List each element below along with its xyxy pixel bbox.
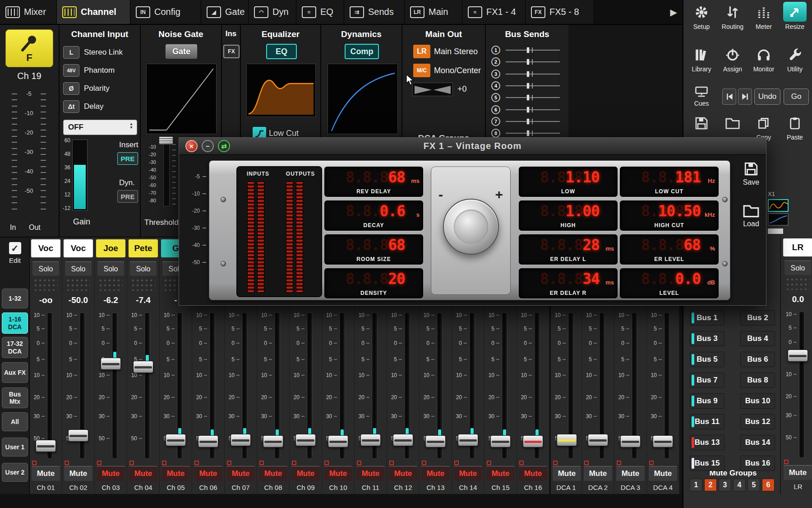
tab-eq[interactable]: ≈EQ xyxy=(296,0,344,24)
cues-button[interactable]: Cues xyxy=(687,85,716,107)
fader-cap[interactable] xyxy=(198,435,218,447)
save-scene-button[interactable] xyxy=(692,115,710,132)
solo-button[interactable]: Solo xyxy=(65,261,92,276)
fx-display-density[interactable]: 8.8.8.820DENSITY xyxy=(324,268,423,298)
mute-button[interactable]: Mute xyxy=(454,466,482,481)
fader-track[interactable] xyxy=(799,312,805,458)
fx-display-er-delay-l[interactable]: 8.8.8.828msER DELAY L xyxy=(519,234,618,265)
tab-config[interactable]: INConfig xyxy=(130,0,201,24)
mute-button[interactable]: Mute xyxy=(389,466,417,481)
tab-channel[interactable]: Channel xyxy=(57,0,130,24)
bus-button-2[interactable]: Bus 2 xyxy=(740,310,775,326)
next-cue-button[interactable] xyxy=(738,89,752,105)
copy-button[interactable] xyxy=(755,115,773,132)
fx-slot-preview[interactable]: X1 xyxy=(768,190,789,234)
scribble-strip[interactable]: Voc xyxy=(31,239,60,257)
bus-button-5[interactable]: Bus 5 xyxy=(690,352,724,367)
mute-button[interactable]: Mute xyxy=(784,465,812,480)
close-icon[interactable]: × xyxy=(185,140,198,152)
scribble-strip[interactable]: Voc xyxy=(64,239,93,257)
send-thumb[interactable] xyxy=(526,59,530,65)
tab-sends[interactable]: ⇉Sends xyxy=(344,0,405,24)
solo-button[interactable]: Solo xyxy=(32,261,59,276)
scribble-strip[interactable]: Pete xyxy=(129,239,158,257)
send-thumb[interactable] xyxy=(526,130,530,136)
send-thumb[interactable] xyxy=(526,94,530,101)
send-slider[interactable] xyxy=(506,46,560,55)
tab-mixer[interactable]: Mixer xyxy=(0,0,57,24)
send-thumb[interactable] xyxy=(526,71,530,77)
send-thumb[interactable] xyxy=(526,118,530,125)
meter-button[interactable]: Meter xyxy=(749,3,778,30)
mute-button[interactable]: Mute xyxy=(584,466,612,481)
send-slider[interactable] xyxy=(506,70,560,79)
fx-display-low-cut[interactable]: 8.8.8.8181HzLOW CUT xyxy=(620,167,719,197)
fader-cap[interactable] xyxy=(490,435,511,447)
resize-button[interactable]: Resize xyxy=(780,2,809,30)
fader-cap[interactable] xyxy=(68,429,88,442)
bus-button-16[interactable]: Bus 16 xyxy=(740,456,775,471)
tab-main[interactable]: LRMain xyxy=(405,0,462,24)
tab-dyn[interactable]: ◠Dyn xyxy=(249,0,296,24)
mute-button[interactable]: Mute xyxy=(616,466,645,481)
routing-button[interactable]: Routing xyxy=(718,3,747,30)
fader-track[interactable] xyxy=(47,312,53,459)
mute-group-2[interactable]: 2 xyxy=(704,479,717,491)
bus-button-13[interactable]: Bus 13 xyxy=(690,435,724,450)
mute-group-6[interactable]: 6 xyxy=(762,479,775,491)
undo-button[interactable]: Undo xyxy=(754,89,780,105)
scribble-strip[interactable]: LR xyxy=(783,238,812,256)
tab-fx5-8[interactable]: FXFX5 - 8 xyxy=(526,0,594,24)
tab-gate[interactable]: ◢Gate xyxy=(201,0,249,24)
fader-cap[interactable] xyxy=(788,350,808,362)
fx-knob[interactable] xyxy=(443,199,499,255)
fader-cap[interactable] xyxy=(360,434,381,446)
paste-button[interactable] xyxy=(786,115,804,132)
fader-cap[interactable] xyxy=(393,434,413,446)
mute-group-1[interactable]: 1 xyxy=(690,479,702,491)
fx-insert-icon[interactable]: FX xyxy=(223,45,240,58)
mute-button[interactable]: Mute xyxy=(64,466,92,481)
mute-group-5[interactable]: 5 xyxy=(747,479,760,491)
layer-aux-fx[interactable]: Aux FX xyxy=(2,362,28,383)
layer-1-32[interactable]: 1-32 xyxy=(2,289,28,308)
load-scene-button[interactable] xyxy=(724,115,742,132)
send-slider[interactable] xyxy=(506,57,560,66)
mute-button[interactable]: Mute xyxy=(161,466,190,481)
mute-button[interactable]: Mute xyxy=(32,466,60,481)
bus-button-15[interactable]: Bus 15 xyxy=(690,456,724,471)
mute-button[interactable]: Mute xyxy=(97,466,125,481)
bus-button-8[interactable]: Bus 8 xyxy=(740,373,775,388)
send-slider[interactable] xyxy=(506,105,560,114)
fader-cap[interactable] xyxy=(620,435,641,447)
lr-assign-button[interactable]: LR xyxy=(413,45,430,58)
scribble-strip[interactable]: Joe xyxy=(96,239,125,257)
mute-button[interactable]: Mute xyxy=(486,466,515,481)
fader-cap[interactable] xyxy=(133,361,153,373)
fx-display-low[interactable]: 8.8.8.81.10LOW xyxy=(519,167,618,197)
solo-button[interactable]: Solo xyxy=(784,261,811,275)
bus-button-10[interactable]: Bus 10 xyxy=(740,393,775,409)
bus-button-3[interactable]: Bus 3 xyxy=(690,331,724,346)
fader-track[interactable] xyxy=(112,312,118,459)
eq-button[interactable]: EQ xyxy=(266,44,297,59)
fader-cap[interactable] xyxy=(231,434,251,446)
mute-button[interactable]: Mute xyxy=(291,466,320,481)
swap-icon[interactable]: ⇄ xyxy=(218,140,230,152)
mute-button[interactable]: Mute xyxy=(324,466,352,481)
fx-display-high-cut[interactable]: 8.8.8.810.50kHzHIGH CUT xyxy=(620,200,719,231)
pan-control[interactable] xyxy=(412,83,453,96)
library-button[interactable]: Library xyxy=(687,45,716,73)
solo-button[interactable]: Solo xyxy=(130,261,157,276)
go-button[interactable]: Go xyxy=(784,89,809,105)
threshold-fader-track[interactable] xyxy=(163,144,170,206)
mute-group-3[interactable]: 3 xyxy=(719,479,731,491)
comp-button[interactable]: Comp xyxy=(345,44,379,59)
solo-button[interactable]: Solo xyxy=(97,261,124,276)
fader-cap[interactable] xyxy=(557,434,577,446)
mute-group-4[interactable]: 4 xyxy=(733,479,746,491)
fader-cap[interactable] xyxy=(263,435,283,447)
layer-user-1[interactable]: User 1 xyxy=(2,438,28,457)
fader-cap[interactable] xyxy=(101,358,121,370)
fader-cap[interactable] xyxy=(653,435,673,447)
